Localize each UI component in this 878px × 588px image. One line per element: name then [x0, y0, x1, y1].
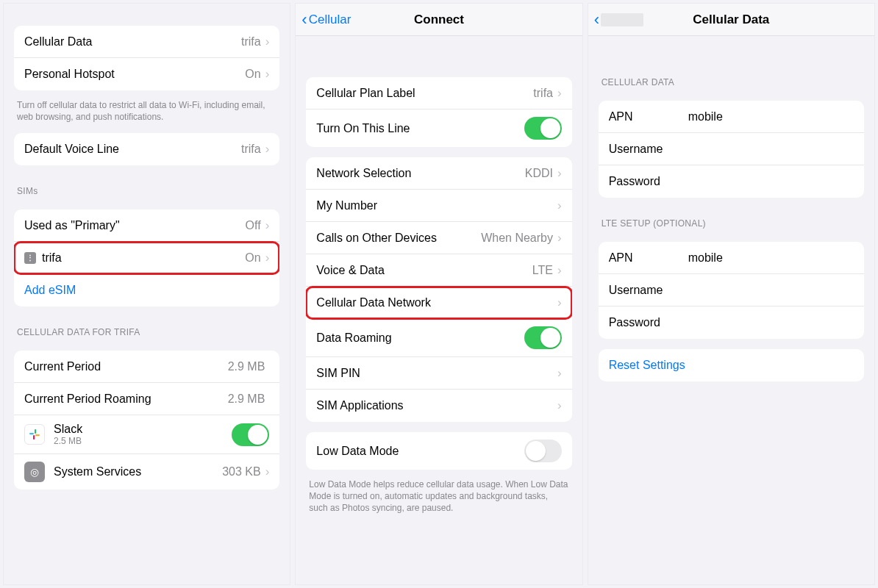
row-reset-settings[interactable]: Reset Settings — [599, 349, 864, 381]
value: When Nearby — [481, 232, 553, 245]
phone-cellular-settings: Cellular Data trifa › Personal Hotspot O… — [3, 3, 290, 585]
app-name: Slack — [54, 423, 232, 436]
row-add-esim[interactable]: Add eSIM — [14, 274, 279, 306]
chevron-right-icon: › — [265, 251, 270, 265]
group-plan: Cellular Plan Label trifa › Turn On This… — [306, 77, 571, 147]
value: 2.9 MB — [228, 360, 265, 373]
row-password[interactable]: Password — [599, 165, 864, 198]
nav-bar: ‹ Cellular Data — [588, 4, 874, 36]
svg-rect-0 — [29, 433, 34, 434]
row-cellular-data[interactable]: Cellular Data trifa › — [14, 26, 279, 58]
label: Current Period Roaming — [24, 392, 228, 406]
row-plan-label[interactable]: Cellular Plan Label trifa › — [306, 77, 571, 110]
row-low-data-mode[interactable]: Low Data Mode — [306, 432, 571, 470]
label: Low Data Mode — [316, 445, 524, 458]
row-sim-applications[interactable]: SIM Applications › — [306, 390, 571, 422]
field-label: APN — [609, 110, 671, 123]
svg-rect-3 — [35, 429, 36, 434]
row-my-number[interactable]: My Number › — [306, 190, 571, 222]
value: On — [245, 68, 260, 81]
chevron-right-icon: › — [557, 398, 562, 413]
slack-glyph — [28, 428, 41, 441]
toggle-slack[interactable] — [232, 423, 269, 446]
label: My Number — [316, 199, 557, 212]
field-label: APN — [609, 251, 671, 265]
phone-connect: ‹ Cellular Connect Cellular Plan Label t… — [295, 3, 582, 585]
chevron-right-icon: › — [557, 166, 562, 181]
group-usage: Current Period 2.9 MB Current Period Roa… — [14, 351, 279, 490]
row-username[interactable]: Username — [599, 274, 864, 306]
header-lte-setup: LTE SETUP (OPTIONAL) — [588, 202, 874, 232]
field-value: mobile — [671, 110, 723, 123]
row-apn[interactable]: APN mobile — [599, 242, 864, 274]
value: trifa — [241, 35, 261, 49]
row-personal-hotspot[interactable]: Personal Hotspot On › — [14, 58, 279, 90]
row-apn[interactable]: APN mobile — [599, 101, 864, 133]
row-username[interactable]: Username — [599, 133, 864, 165]
label: Default Voice Line — [24, 143, 241, 156]
chevron-right-icon: › — [557, 86, 562, 101]
value: trifa — [533, 87, 553, 100]
back-button[interactable]: ‹ Cellular — [301, 12, 351, 27]
row-voice-data[interactable]: Voice & Data LTE › — [306, 254, 571, 287]
value: KDDI — [525, 167, 553, 180]
row-network-selection[interactable]: Network Selection KDDI › — [306, 157, 571, 190]
field-value: mobile — [671, 251, 723, 265]
label: Calls on Other Devices — [316, 232, 481, 245]
label: Voice & Data — [316, 264, 532, 277]
back-label-redacted — [601, 13, 643, 26]
group-apn-lte: APN mobile Username Password — [599, 242, 864, 339]
row-password[interactable]: Password — [599, 306, 864, 339]
chevron-right-icon: › — [557, 263, 562, 278]
chevron-right-icon: › — [265, 67, 270, 82]
group-reset: Reset Settings — [599, 349, 864, 381]
row-current-period-roaming: Current Period Roaming 2.9 MB — [14, 383, 279, 415]
row-system-services[interactable]: ◎ System Services 303 KB › — [14, 454, 279, 490]
nav-bar: ‹ Cellular Connect — [296, 4, 582, 36]
header-cellular-data: CELLULAR DATA — [588, 36, 874, 90]
svg-rect-1 — [35, 434, 40, 436]
label: Current Period — [24, 360, 228, 373]
chevron-right-icon: › — [557, 295, 562, 310]
row-sim-trifa[interactable]: ⋮ trifa On › — [14, 242, 279, 274]
row-sim-pin[interactable]: SIM PIN › — [306, 357, 571, 390]
toggle-roaming[interactable] — [524, 326, 562, 349]
field-label: Username — [609, 143, 671, 156]
app-usage: 2.5 MB — [54, 436, 232, 446]
slack-icon — [24, 424, 45, 445]
page-title: Connect — [414, 12, 464, 27]
svg-rect-2 — [33, 435, 35, 440]
row-calls-other-devices[interactable]: Calls on Other Devices When Nearby › — [306, 222, 571, 254]
row-data-roaming[interactable]: Data Roaming — [306, 319, 571, 357]
row-used-primary[interactable]: Used as "Primary" Off › — [14, 209, 279, 242]
page-title: Cellular Data — [693, 12, 769, 27]
label: Cellular Data — [24, 35, 241, 49]
field-label: Username — [609, 284, 671, 297]
label: Network Selection — [316, 167, 524, 180]
row-current-period: Current Period 2.9 MB — [14, 351, 279, 383]
value: trifa — [241, 143, 261, 156]
chevron-right-icon: › — [557, 198, 562, 213]
label: System Services — [54, 465, 222, 478]
row-app-slack[interactable]: Slack 2.5 MB — [14, 415, 279, 454]
field-label: Password — [609, 175, 671, 188]
row-turn-on-line[interactable]: Turn On This Line — [306, 110, 571, 147]
value: 303 KB — [222, 465, 260, 478]
label: Cellular Plan Label — [316, 87, 533, 100]
footer-cellular-note: Turn off cellular data to restrict all d… — [4, 95, 290, 123]
toggle-line[interactable] — [524, 117, 562, 140]
header-usage: CELLULAR DATA FOR TRIFA — [4, 311, 290, 340]
row-cellular-data-network[interactable]: Cellular Data Network › — [306, 287, 571, 319]
label: Data Roaming — [316, 331, 524, 345]
row-default-voice-line[interactable]: Default Voice Line trifa › — [14, 133, 279, 165]
group-cellular-main: Cellular Data trifa › Personal Hotspot O… — [14, 26, 279, 90]
toggle-low-data[interactable] — [524, 440, 562, 462]
chevron-left-icon: ‹ — [301, 12, 307, 27]
group-sims: Used as "Primary" Off › ⋮ trifa On › Add… — [14, 209, 279, 306]
phone-apn-settings: ‹ Cellular Data CELLULAR DATA APN mobile… — [588, 3, 875, 585]
back-button[interactable]: ‹ — [594, 12, 643, 27]
label: Personal Hotspot — [24, 68, 245, 81]
group-low-data: Low Data Mode — [306, 432, 571, 470]
field-label: Password — [609, 316, 671, 329]
chevron-right-icon: › — [265, 465, 270, 479]
